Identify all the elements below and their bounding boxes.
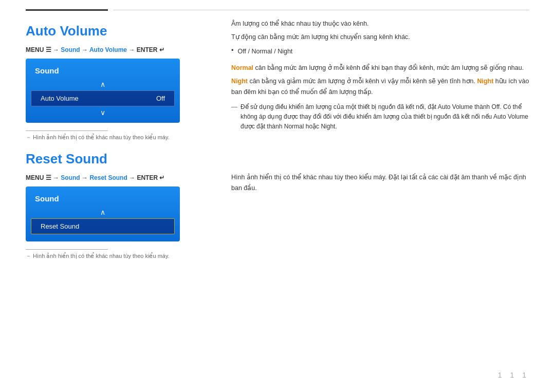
- top-line-left: [26, 9, 108, 11]
- note-autovolume1: Auto Volume: [438, 103, 473, 110]
- note-night: Night: [321, 123, 335, 130]
- tv-menu-1-item-label: Auto Volume: [41, 95, 79, 102]
- section2-menu-path: MENU ☰ → Sound → Reset Sound → ENTER ↵: [26, 174, 206, 181]
- tv-menu-1-up: ∧: [26, 80, 180, 88]
- enter-icon2: ↵: [159, 174, 164, 181]
- menu-enter: ENTER: [137, 46, 158, 53]
- tv-menu-2-up: ∧: [26, 208, 180, 216]
- tv-menu-1-item-autovolume: Auto Volume Off: [31, 90, 175, 106]
- right-line2: Tự động cân bằng mức âm lượng khi chuyển…: [231, 32, 529, 43]
- tv-menu-2-item-label: Reset Sound: [41, 222, 79, 230]
- arrow2: →: [128, 46, 136, 53]
- section2-right: Hình ảnh hiển thị có thể khác nhau tùy t…: [221, 144, 529, 260]
- section2-title: Reset Sound: [26, 151, 206, 167]
- menu-icon2: ☰ →: [46, 174, 61, 181]
- menu-label: MENU: [26, 46, 44, 53]
- note-text: Để sử dụng điều khiển âm lượng của một t…: [240, 102, 529, 132]
- menu-icon1: ☰ →: [46, 46, 61, 53]
- tv-menu-1-header: Sound: [26, 64, 180, 79]
- note-off: Off: [492, 103, 500, 110]
- section2-right-text: Hình ảnh hiển thị có thể khác nhau tùy t…: [231, 172, 529, 194]
- tv-menu-1-down: ∨: [26, 108, 180, 117]
- note-item: ― Để sử dụng điều khiển âm lượng của một…: [231, 102, 529, 132]
- footnote2-line: [26, 249, 108, 250]
- menu-enter2: ENTER: [137, 174, 158, 181]
- section1-left: Auto Volume MENU ☰ → Sound → Auto Volume…: [26, 16, 221, 141]
- top-line-right: [113, 10, 529, 10]
- night-label2: Night: [477, 78, 493, 85]
- menu-resetsound: Reset Sound: [89, 174, 127, 181]
- tv-menu-1: Sound ∧ Auto Volume Off ∨: [26, 59, 180, 123]
- section1-right: Âm lượng có thể khác nhau tùy thuộc vào …: [221, 16, 529, 141]
- note-dot: .: [335, 123, 337, 130]
- tv-menu-1-item-value: Off: [156, 95, 165, 102]
- night-label1: Night: [231, 78, 248, 85]
- tv-menu-2-item-resetsound: Reset Sound: [31, 218, 175, 234]
- arrow4: →: [129, 174, 137, 181]
- para2-text: cân bằng và giảm mức âm lượng ở mỗi kênh…: [248, 78, 477, 85]
- arrow3: →: [82, 174, 89, 181]
- bullet-item: • Off / Normal / Night: [231, 46, 529, 60]
- enter-icon: ↵: [159, 46, 164, 53]
- tv-menu-2: Sound ∧ Reset Sound: [26, 186, 180, 241]
- menu-sound2: Sound: [61, 174, 80, 181]
- tv-menu-2-header: Sound: [26, 192, 180, 207]
- right-para1: Normal cân bằng mức âm lượng ở mỗi kênh …: [231, 63, 529, 73]
- section1-container: Auto Volume MENU ☰ → Sound → Auto Volume…: [0, 16, 555, 141]
- normal-label: Normal: [231, 64, 253, 71]
- note-normal: Normal: [284, 123, 304, 130]
- bullet-label: Off / Normal / Night: [238, 46, 293, 57]
- right-line1: Âm lượng có thể khác nhau tùy thuộc vào …: [231, 18, 529, 29]
- menu-sound: Sound: [61, 46, 80, 53]
- section1-title: Auto Volume: [26, 23, 206, 39]
- top-divider: [0, 9, 555, 11]
- menu-autovolume: Auto Volume: [89, 46, 127, 53]
- note-thanh: thành: [473, 103, 492, 110]
- section1-menu-path: MENU ☰ → Sound → Auto Volume → ENTER ↵: [26, 46, 206, 53]
- page-number: 1 1 1: [498, 371, 529, 379]
- footnote1-text: － Hình ảnh hiển thị có thể khác nhau tùy…: [26, 134, 206, 141]
- note-hoac: hoặc: [304, 123, 321, 130]
- note-autovolume2: Auto Volume: [493, 113, 528, 120]
- para1-text: cân bằng mức âm lượng ở mỗi kênh để khi …: [253, 64, 524, 71]
- arrow1: →: [82, 46, 89, 53]
- note-end: được đặt thành: [240, 123, 284, 130]
- section2-container: Reset Sound MENU ☰ → Sound → Reset Sound…: [0, 144, 555, 260]
- note-dash: ―: [231, 102, 237, 112]
- section2-left: Reset Sound MENU ☰ → Sound → Reset Sound…: [26, 144, 221, 260]
- footnote2-text: － Hình ảnh hiển thị có thể khác nhau tùy…: [26, 252, 206, 260]
- note-line1: Để sử dụng điều khiển âm lượng của một t…: [240, 103, 438, 110]
- bullet-dot: •: [231, 46, 234, 54]
- footnote1-line: [26, 130, 108, 131]
- menu-label2: MENU: [26, 174, 44, 181]
- right-para2: Night cân bằng và giảm mức âm lượng ở mỗ…: [231, 76, 529, 98]
